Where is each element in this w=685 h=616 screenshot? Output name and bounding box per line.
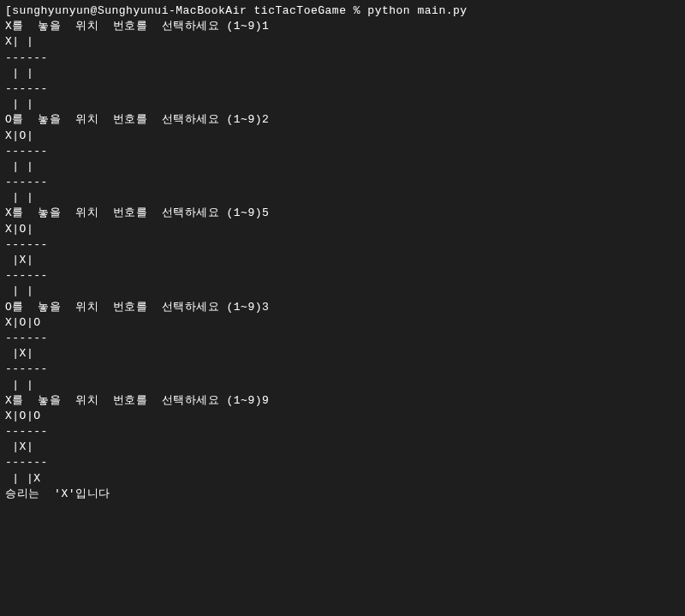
terminal-line: ------ xyxy=(5,237,680,253)
terminal-line: ------ xyxy=(5,175,680,190)
terminal-line: X를 놓을 위치 번호를 선택하세요 (1~9)9 xyxy=(5,393,680,409)
terminal-line: ------ xyxy=(5,268,680,284)
terminal-line: ------ xyxy=(5,81,680,97)
terminal-line: | |X xyxy=(5,471,680,487)
terminal-line: O를 놓을 위치 번호를 선택하세요 (1~9)3 xyxy=(5,300,680,315)
terminal-line: |X| xyxy=(5,253,680,268)
terminal-line: | | xyxy=(5,159,680,175)
terminal-line: [sunghyunyun@Sunghyunui-MacBookAir ticTa… xyxy=(5,3,680,19)
terminal-line: |X| xyxy=(5,440,680,455)
terminal-line: X|O| xyxy=(5,129,680,144)
terminal-line: ------ xyxy=(5,331,680,346)
terminal-line: ------ xyxy=(5,362,680,377)
terminal-line: ------ xyxy=(5,51,680,66)
terminal-line: X|O| xyxy=(5,222,680,237)
terminal-line: | | xyxy=(5,190,680,206)
terminal-line: |X| xyxy=(5,346,680,362)
terminal-line: ------ xyxy=(5,144,680,159)
terminal-line: | | xyxy=(5,66,680,81)
terminal-line: O를 놓을 위치 번호를 선택하세요 (1~9)2 xyxy=(5,112,680,128)
terminal-line: | | xyxy=(5,378,680,393)
terminal-line: X|O|O xyxy=(5,315,680,331)
terminal-line: | | xyxy=(5,97,680,112)
terminal-line: ------ xyxy=(5,455,680,470)
terminal-output[interactable]: [sunghyunyun@Sunghyunui-MacBookAir ticTa… xyxy=(5,3,680,502)
terminal-line: ------ xyxy=(5,424,680,440)
terminal-line: | | xyxy=(5,284,680,299)
terminal-line: X를 놓을 위치 번호를 선택하세요 (1~9)1 xyxy=(5,19,680,34)
terminal-line: X|O|O xyxy=(5,409,680,424)
terminal-line: X를 놓을 위치 번호를 선택하세요 (1~9)5 xyxy=(5,206,680,221)
terminal-line: 승리는 'X'입니다 xyxy=(5,487,680,502)
terminal-line: X| | xyxy=(5,34,680,50)
